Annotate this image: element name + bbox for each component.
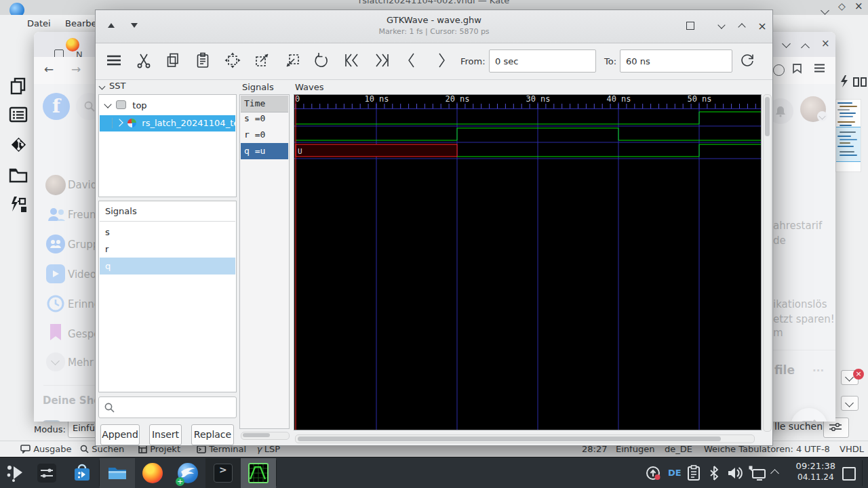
facebook-logo[interactable]: f [43,93,70,120]
previous-edge-icon[interactable] [403,52,422,70]
keyboard-layout-indicator[interactable]: DE [668,468,682,478]
search-close-icon[interactable]: × [853,369,864,380]
sidebar-item-video[interactable]: Video [68,268,96,281]
compose-button[interactable] [791,408,827,422]
signal-panel-hscrollbar[interactable] [241,432,290,440]
svg-text:20: 20 [446,95,455,104]
zoom-out-icon[interactable] [254,52,273,70]
network-icon[interactable] [749,466,766,483]
show-desktop-button[interactable] [842,467,856,481]
menu-icon[interactable] [105,52,124,70]
symbol-list-icon[interactable] [8,104,28,125]
updates-icon[interactable] [646,466,660,483]
tree-node-testbench[interactable]: rs_latch_20241104_testb [100,115,235,131]
go-to-start-icon[interactable] [343,52,362,70]
split-view-icon[interactable] [853,77,867,89]
groups-icon [46,235,65,253]
more-chevron-icon [46,352,65,371]
ad-text-line: m [773,327,783,339]
firefox-minimize-icon[interactable] [783,39,789,49]
app-launcher-button[interactable] [0,458,31,488]
paste-icon[interactable] [194,52,213,70]
forward-icon[interactable]: → [71,62,81,76]
go-to-end-icon[interactable] [373,52,392,70]
wave-hscrollbar[interactable] [295,434,755,443]
signal-row-q[interactable]: q =u [241,143,288,159]
git-icon[interactable] [8,134,28,155]
tray-expand-icon[interactable] [772,468,778,479]
signals-frame-label: Signals [242,82,274,92]
undo-icon[interactable] [313,52,332,70]
status-encoding[interactable]: UTF-8 [804,444,830,454]
sst-tree-panel: top rs_latch_20241104_testb [98,94,237,197]
marker-cursor-status: Marker: 1 fs | Cursor: 5870 ps [96,27,772,36]
signal-list-item-q[interactable]: q [100,258,235,274]
signals-list-header[interactable]: Signals [100,202,235,222]
pocket-icon[interactable] [792,64,802,77]
wave-canvas[interactable]: 010ns20ns30ns40ns50nsU [294,94,762,430]
status-highlight-mode[interactable]: VHDL [840,444,864,454]
search-mode-label[interactable]: lle suchen [774,421,823,432]
discover-button[interactable] [66,458,98,488]
from-time-input[interactable] [489,49,596,73]
sidebar-item-mehr[interactable]: Mehr [68,357,94,369]
svg-text:40: 40 [607,95,616,104]
ellipsis-menu-icon[interactable]: ... [812,362,824,374]
tree-node-top[interactable]: top [100,98,235,114]
kate-close-icon[interactable]: × [854,0,863,12]
gtkwave-maximize-icon[interactable] [734,20,749,33]
sst-collapse-icon[interactable] [100,81,104,91]
events-flow-icon[interactable] [8,195,28,215]
kate-minimize-icon[interactable] [822,5,828,16]
menu-datei[interactable]: Datei [27,18,51,28]
signal-row-s[interactable]: s =0 [241,110,288,127]
gtkwave-close-icon[interactable]: × [755,20,770,33]
gtkwave-minimize-icon[interactable] [714,20,729,33]
task-falkon[interactable]: + [170,458,205,488]
wave-vscrollbar[interactable] [763,94,772,432]
firefox-close-icon[interactable]: × [821,37,830,49]
gtkwave-titlebar[interactable]: GTKWave - wave.ghw Marker: 1 fs | Cursor… [96,10,772,43]
panel-button-output[interactable]: Ausgabe [20,444,72,454]
to-time-input[interactable] [620,49,732,73]
kate-maximize-icon[interactable]: ◇ [838,1,846,12]
reload-waveform-icon[interactable] [738,52,757,70]
friends-icon [47,206,66,226]
schema-bolt-icon[interactable] [839,75,850,90]
task-dolphin[interactable] [100,458,135,488]
insert-button[interactable]: Insert [149,424,182,445]
ad-text-line: ikationslös [773,298,827,310]
signal-filter-input[interactable] [98,396,237,418]
zoom-fit-window-icon[interactable] [683,20,698,33]
documents-icon[interactable] [8,76,28,96]
clipboard-icon[interactable] [687,465,701,483]
volume-icon[interactable] [727,466,743,483]
signal-row-r[interactable]: r =0 [241,127,288,143]
account-icon[interactable] [773,64,785,76]
bluetooth-icon[interactable] [709,465,719,483]
replace-option-button[interactable] [841,396,859,411]
folder-icon[interactable] [8,165,28,186]
settings-button[interactable] [31,458,62,488]
zoom-fit-icon[interactable] [224,52,243,70]
firefox-maximize-icon[interactable] [802,43,808,53]
task-firefox[interactable] [135,458,170,488]
next-edge-icon[interactable] [433,52,452,70]
replace-button[interactable]: Replace [191,424,234,445]
gtkwave-toolbar: From: To: [96,43,772,80]
signal-list-item-r[interactable]: r [100,241,235,258]
append-button[interactable]: Append [100,424,140,445]
signal-list-item-s[interactable]: s [100,224,235,241]
zoom-in-icon[interactable] [283,52,302,70]
minimap-viewport[interactable] [835,127,861,162]
kate-minimap[interactable] [835,99,861,172]
task-konsole[interactable]: > [205,458,241,488]
back-icon[interactable]: ← [44,62,54,76]
sidebar-item-david[interactable]: David [68,179,97,191]
digital-clock[interactable]: 09:21:38 04.11.24 [796,461,835,483]
cut-icon[interactable] [135,52,154,70]
menu-icon[interactable] [814,63,825,75]
clock-time: 09:21:38 [796,461,835,472]
copy-icon[interactable] [164,52,183,70]
task-gtkwave[interactable] [241,458,276,488]
